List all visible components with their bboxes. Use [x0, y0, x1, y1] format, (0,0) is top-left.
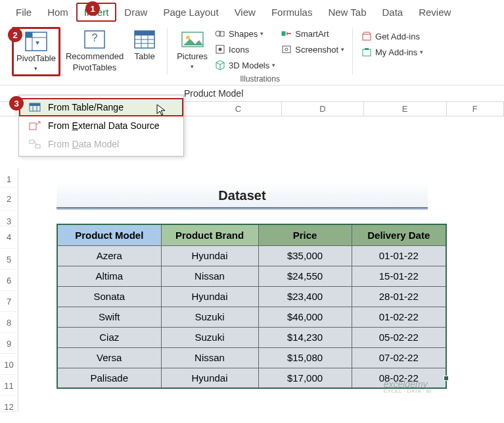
header-product-brand[interactable]: Product Brand: [161, 224, 258, 245]
cell-model[interactable]: Palisade: [57, 368, 161, 388]
get-addins-label: Get Add-ins: [375, 32, 420, 41]
callout-badge-3: 3: [9, 96, 24, 111]
recommended-l2: PivotTables: [73, 63, 116, 73]
smartart-label: SmartArt: [295, 29, 329, 39]
group-label-illustrations: Illustrations: [240, 74, 280, 84]
smartart-icon: [281, 28, 292, 39]
recommended-pivottables-icon: ?: [81, 28, 108, 51]
table-row[interactable]: SwiftSuzuki$46,00001-02-22: [57, 307, 446, 327]
table-button[interactable]: Table: [129, 27, 160, 63]
col-header-f[interactable]: F: [447, 102, 504, 116]
smartart-button[interactable]: SmartArt: [279, 27, 346, 40]
table-row[interactable]: CiazSuzuki$14,23005-02-22: [57, 327, 446, 347]
cell-price[interactable]: $17,000: [258, 368, 352, 388]
cell-model[interactable]: Versa: [57, 347, 161, 368]
row-header[interactable]: 9: [0, 333, 18, 354]
col-header-e[interactable]: E: [364, 102, 447, 116]
cell-price[interactable]: $15,080: [258, 347, 352, 368]
svg-rect-7: [135, 31, 154, 36]
tab-home[interactable]: Hom: [39, 3, 76, 22]
header-delivery-date[interactable]: Delivery Date: [352, 224, 446, 245]
cell-model[interactable]: Altima: [57, 266, 161, 286]
3d-models-label: 3D Models: [229, 61, 269, 70]
row-header[interactable]: 8: [0, 312, 18, 333]
row-header[interactable]: 6: [0, 270, 18, 291]
row-header[interactable]: 4: [0, 226, 18, 249]
tab-new-tab[interactable]: New Tab: [320, 3, 374, 22]
cell-date[interactable]: 01-01-22: [352, 245, 446, 266]
cell-brand[interactable]: Nissan: [161, 347, 258, 368]
table-row[interactable]: AzeraHyundai$35,00001-01-22: [57, 245, 446, 266]
pivottable-icon: [23, 30, 49, 53]
tab-review[interactable]: Review: [411, 3, 459, 22]
row-header[interactable]: 3: [0, 211, 18, 226]
shapes-button[interactable]: Shapes ▾: [213, 27, 277, 40]
cell-price[interactable]: $35,000: [258, 245, 352, 266]
cell-date[interactable]: 01-02-22: [352, 307, 446, 327]
tab-formulas[interactable]: Formulas: [263, 3, 321, 22]
cell-date[interactable]: 28-01-22: [352, 286, 446, 307]
row-header[interactable]: 5: [0, 249, 18, 270]
tab-data[interactable]: Data: [374, 3, 411, 22]
from-external-data-item[interactable]: From External Data Source: [19, 116, 183, 135]
chevron-down-icon: ▾: [34, 65, 37, 72]
screenshot-button[interactable]: Screenshot ▾: [279, 43, 346, 56]
addins-icon: [361, 46, 373, 58]
recommended-l1: Recommended: [66, 52, 124, 62]
pivottable-label: PivotTable: [16, 54, 56, 64]
ribbon: PivotTable ▾ ? Recommended PivotTables T…: [0, 22, 504, 86]
cell-date[interactable]: 05-02-22: [352, 327, 446, 347]
tab-view[interactable]: View: [227, 3, 263, 22]
tab-file[interactable]: File: [8, 3, 39, 22]
tab-draw[interactable]: Draw: [116, 3, 155, 22]
cell-brand[interactable]: Hyundai: [161, 286, 258, 307]
cell-model[interactable]: Ciaz: [57, 327, 161, 347]
from-table-range-item[interactable]: From Table/Range: [19, 98, 183, 116]
shapes-label: Shapes: [229, 29, 258, 39]
row-header[interactable]: 2: [0, 188, 18, 211]
get-addins-button[interactable]: Get Add-ins: [359, 30, 424, 43]
group-addins: Get Add-ins My Add-ins ▾: [354, 27, 430, 84]
3d-models-button[interactable]: 3D Models ▾: [213, 59, 277, 72]
col-header-c[interactable]: C: [195, 102, 283, 116]
icons-button[interactable]: Icons: [213, 43, 277, 56]
icons-label: Icons: [229, 45, 249, 55]
svg-rect-25: [30, 103, 40, 106]
row-header[interactable]: 7: [0, 291, 18, 312]
cell-model[interactable]: Azera: [57, 245, 161, 266]
row-header[interactable]: 12: [0, 396, 18, 412]
cell-price[interactable]: $46,000: [258, 307, 352, 327]
my-addins-button[interactable]: My Add-ins ▾: [359, 45, 424, 59]
external-data-icon: [28, 120, 41, 131]
row-header[interactable]: 10: [0, 354, 18, 375]
table-row[interactable]: VersaNissan$15,08007-02-22: [57, 347, 446, 368]
col-header-d[interactable]: D: [282, 102, 363, 116]
table-row[interactable]: AltimaNissan$24,55015-01-22: [57, 266, 446, 286]
tab-page-layout[interactable]: Page Layout: [155, 3, 226, 22]
cell-brand[interactable]: Hyundai: [161, 368, 258, 388]
table-icon: [131, 28, 158, 51]
cell-brand[interactable]: Suzuki: [161, 307, 258, 327]
cell-price[interactable]: $24,550: [258, 266, 352, 286]
table-row[interactable]: SonataHyundai$23,40028-01-22: [57, 286, 446, 307]
cell-brand[interactable]: Suzuki: [161, 327, 258, 347]
row-header[interactable]: 11: [0, 375, 18, 396]
shapes-icon: [214, 28, 226, 39]
cell-price[interactable]: $14,230: [258, 327, 352, 347]
pictures-button[interactable]: Pictures ▾: [174, 27, 210, 71]
cell-date[interactable]: 15-01-22: [352, 266, 446, 286]
header-product-model[interactable]: Product Model: [57, 224, 161, 245]
group-illustrations: Pictures ▾ Shapes ▾ Icons 3D Models ▾: [169, 27, 351, 84]
watermark: exceldemy EXCEL · DATA · BI: [384, 380, 432, 394]
cell-date[interactable]: 07-02-22: [352, 347, 446, 368]
cell-model[interactable]: Sonata: [57, 286, 161, 307]
recommended-pivottables-button[interactable]: ? Recommended PivotTables: [63, 27, 126, 74]
cell-brand[interactable]: Hyundai: [161, 245, 258, 266]
header-price[interactable]: Price: [258, 224, 352, 245]
cell-model[interactable]: Swift: [57, 307, 161, 327]
chevron-down-icon: ▾: [272, 62, 275, 68]
cell-brand[interactable]: Nissan: [161, 266, 258, 286]
selection-handle[interactable]: [444, 376, 449, 381]
row-header[interactable]: 1: [0, 168, 18, 188]
cell-price[interactable]: $23,400: [258, 286, 352, 307]
